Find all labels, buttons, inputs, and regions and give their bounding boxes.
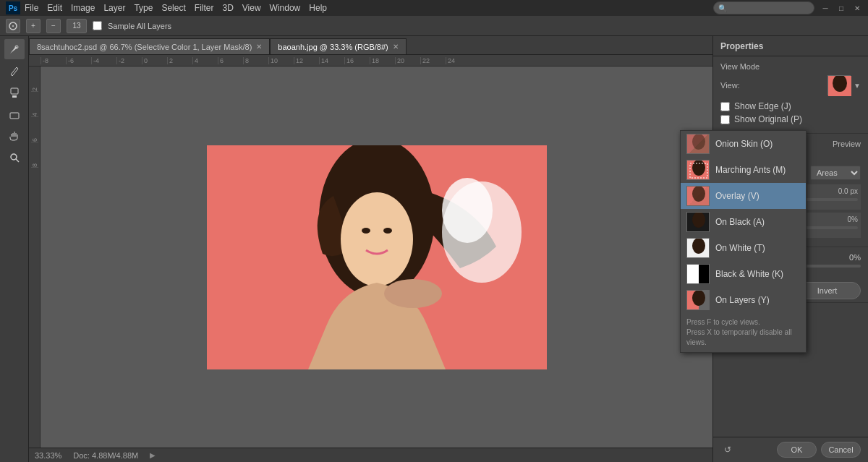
ruler-mark: -2 xyxy=(116,57,142,64)
toolbar xyxy=(0,36,29,462)
ruler-mark: 10 xyxy=(268,57,294,64)
menu-item-on-black[interactable]: On Black (A) xyxy=(681,209,806,235)
tool-brush[interactable] xyxy=(4,39,25,59)
menu-type[interactable]: Type xyxy=(134,3,153,13)
canvas-area: 8sachtuhoc2.psd @ 66.7% (Selective Color… xyxy=(29,36,712,462)
tool-stamp[interactable] xyxy=(4,82,25,103)
menu-item-on-white[interactable]: On White (T) xyxy=(681,235,806,261)
areas-dropdown[interactable]: Areas xyxy=(810,166,861,180)
reset-icon[interactable]: ↺ xyxy=(720,442,735,457)
tab-jpg[interactable]: baoanh.jpg @ 33.3% (RGB/8#) ✕ xyxy=(270,38,406,54)
svg-rect-5 xyxy=(10,113,19,119)
brush-size-display: 13 xyxy=(67,19,87,33)
menu-label-on-black: On Black (A) xyxy=(715,217,765,227)
tool-pen[interactable] xyxy=(4,61,25,81)
ruler-mark-v: 6 xyxy=(31,117,38,142)
canvas-body: 2 4 6 8 xyxy=(29,67,712,448)
ruler-mark: -4 xyxy=(91,57,116,64)
view-mode-row: View: ▼ xyxy=(720,75,861,95)
close-button[interactable]: ✕ xyxy=(852,3,862,13)
menu-item-onion-skin[interactable]: Onion Skin (O) xyxy=(681,131,806,157)
tool-eraser[interactable] xyxy=(4,104,25,124)
smooth-value: 0% xyxy=(848,215,858,223)
ruler-mark: 8 xyxy=(243,57,268,64)
menu-item-black-white[interactable]: Black & White (K) xyxy=(681,261,806,287)
zoom-in-icon[interactable]: + xyxy=(26,19,41,33)
svg-point-33 xyxy=(692,291,705,306)
menu-window[interactable]: Window xyxy=(270,3,301,13)
svg-point-19 xyxy=(692,134,705,150)
title-bar: Ps File Edit Image Layer Type Select Fil… xyxy=(0,0,868,16)
title-bar-left: Ps File Edit Image Layer Type Select Fil… xyxy=(6,1,327,14)
view-thumbnail-container[interactable]: ▼ xyxy=(827,75,861,95)
menu-item-marching-ants[interactable]: Marching Ants (M) xyxy=(681,157,806,183)
svg-rect-3 xyxy=(11,88,18,94)
tool-zoom[interactable] xyxy=(4,147,25,168)
tool-hand[interactable] xyxy=(4,126,25,146)
ruler-mark: -6 xyxy=(66,57,91,64)
tabs-bar: 8sachtuhoc2.psd @ 66.7% (Selective Color… xyxy=(29,36,712,55)
ruler-mark: 24 xyxy=(446,57,471,64)
ruler-left: 2 4 6 8 xyxy=(29,67,41,448)
tab-close-jpg[interactable]: ✕ xyxy=(393,43,399,51)
nav-arrow[interactable]: ▶ xyxy=(150,451,156,459)
show-original-checkbox[interactable] xyxy=(720,115,730,124)
zoom-out-icon[interactable]: − xyxy=(46,19,61,33)
menu-item-on-layers[interactable]: On Layers (Y) xyxy=(681,287,806,313)
search-bar[interactable]: 🔍 xyxy=(713,1,814,14)
menu-filter[interactable]: Filter xyxy=(195,3,214,13)
menu-help[interactable]: Help xyxy=(309,3,327,13)
tab-close-psd[interactable]: ✕ xyxy=(256,43,262,51)
ok-button[interactable]: OK xyxy=(777,442,817,458)
options-bar: + − 13 Sample All Layers xyxy=(0,16,868,36)
svg-point-6 xyxy=(11,154,17,160)
svg-point-14 xyxy=(442,178,493,243)
show-original-label: Show Original (P) xyxy=(734,114,802,124)
menu-3d[interactable]: 3D xyxy=(222,3,233,13)
menu-edit[interactable]: Edit xyxy=(47,3,62,13)
preview-label: Preview xyxy=(833,140,861,148)
window-controls: ─ □ ✕ xyxy=(820,3,862,13)
ruler-mark: 2 xyxy=(167,57,192,64)
view-dropdown-arrow[interactable]: ▼ xyxy=(854,82,861,90)
brush-tool-icon[interactable] xyxy=(6,19,20,33)
press-hint: Press F to cycle views. Press X to tempo… xyxy=(681,313,806,352)
ruler-mark: 18 xyxy=(370,57,395,64)
menu-label-on-layers: On Layers (Y) xyxy=(715,295,770,305)
show-edge-label: Show Edge (J) xyxy=(734,101,791,111)
maximize-button[interactable]: □ xyxy=(836,3,846,13)
menu-layer[interactable]: Layer xyxy=(103,3,125,13)
view-mode-label: View Mode xyxy=(720,62,861,71)
ruler-mark-v: 8 xyxy=(31,142,38,168)
ruler-mark: 4 xyxy=(192,57,218,64)
svg-point-1 xyxy=(12,25,14,27)
ruler-mark: 14 xyxy=(319,57,344,64)
minimize-button[interactable]: ─ xyxy=(820,3,830,13)
ruler-mark: 6 xyxy=(218,57,243,64)
menu-file[interactable]: File xyxy=(25,3,38,13)
cancel-button[interactable]: Cancel xyxy=(821,442,861,458)
menu-select[interactable]: Select xyxy=(161,3,185,13)
svg-point-15 xyxy=(384,279,442,308)
menu-item-overlay[interactable]: Overlay (V) xyxy=(681,183,806,209)
svg-line-7 xyxy=(16,159,19,162)
svg-point-12 xyxy=(383,228,392,234)
svg-rect-30 xyxy=(699,265,710,284)
tab-psd[interactable]: 8sachtuhoc2.psd @ 66.7% (Selective Color… xyxy=(29,38,270,54)
svg-rect-4 xyxy=(12,95,17,98)
canvas-viewport[interactable] xyxy=(41,67,712,448)
show-original-row: Show Original (P) xyxy=(720,114,861,124)
show-edge-checkbox[interactable] xyxy=(720,102,730,111)
image-canvas xyxy=(207,145,547,369)
menu-image[interactable]: Image xyxy=(71,3,95,13)
svg-point-26 xyxy=(692,213,705,228)
ruler-mark: 20 xyxy=(395,57,420,64)
menu-label-onion-skin: Onion Skin (O) xyxy=(715,139,773,149)
menu-thumb-marching xyxy=(686,160,710,180)
sample-all-layers-checkbox[interactable] xyxy=(93,21,102,30)
canvas-with-ruler: -8 -6 -4 -2 0 2 4 6 8 10 12 14 16 18 20 … xyxy=(29,55,712,448)
menu-view[interactable]: View xyxy=(242,3,261,13)
ruler-marks: -8 -6 -4 -2 0 2 4 6 8 10 12 14 16 18 20 … xyxy=(41,57,471,64)
zoom-level: 33.33% xyxy=(35,451,61,460)
radius-value: 0.0 px xyxy=(838,187,858,195)
